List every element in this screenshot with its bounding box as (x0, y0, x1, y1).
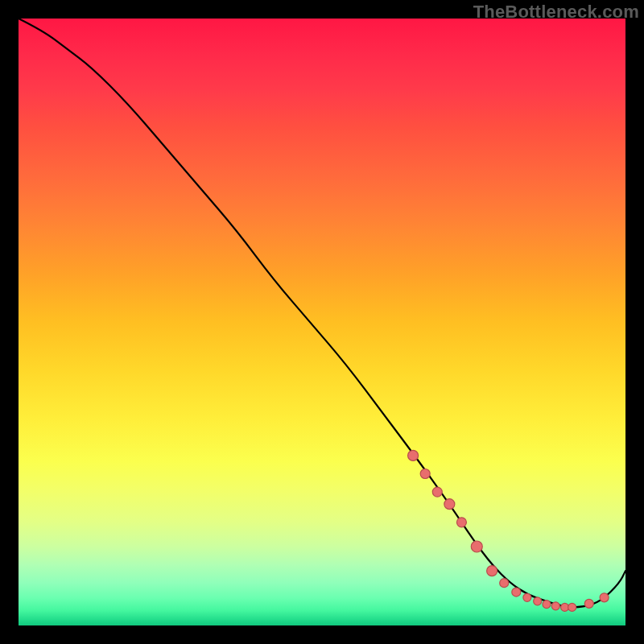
plot-area (19, 19, 625, 625)
watermark-label: TheBottleneck.com (473, 2, 639, 23)
chart-frame: TheBottleneck.com (0, 0, 644, 644)
plot-background-gradient (19, 19, 625, 625)
